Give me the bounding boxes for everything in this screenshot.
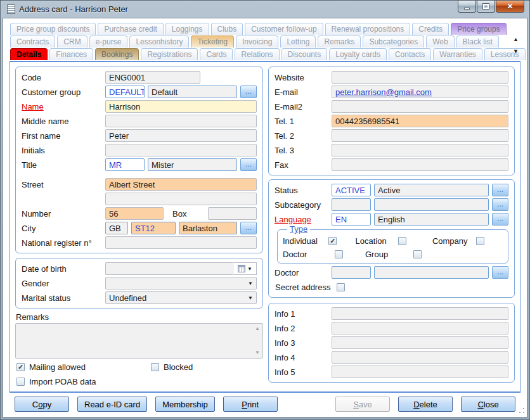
blocked-checkbox[interactable] [151, 363, 159, 371]
title-lookup-button[interactable]: ... [240, 158, 257, 171]
customer-group-lookup-button[interactable]: ... [240, 86, 257, 98]
subcategory-desc-field[interactable] [374, 198, 489, 211]
minimize-button[interactable] [458, 1, 476, 13]
tel3-field[interactable] [332, 144, 508, 156]
status-code-field[interactable]: ACTIVE [332, 184, 371, 196]
tab-loggings[interactable]: Loggings [165, 23, 209, 35]
title-desc-field[interactable]: Mister [148, 158, 237, 171]
tab-subcategories[interactable]: Subcategories [363, 35, 424, 48]
city-name-field[interactable]: Barlaston [179, 222, 237, 234]
tab-crm[interactable]: CRM [57, 35, 87, 48]
tab-lessonhistory[interactable]: Lessonhistory [129, 35, 189, 48]
type-company-checkbox[interactable] [476, 237, 484, 245]
type-group-checkbox[interactable] [413, 250, 422, 258]
tab-remarks[interactable]: Remarks [318, 35, 361, 48]
code-field[interactable]: ENG0001 [105, 71, 200, 84]
type-individual-checkbox[interactable] [328, 237, 337, 245]
save-button[interactable]: Save [335, 397, 390, 412]
city-country-field[interactable]: GB [105, 222, 128, 234]
import-poab-checkbox[interactable] [16, 378, 25, 386]
info4-field[interactable] [332, 351, 508, 364]
doctor-code-field[interactable] [332, 266, 371, 279]
box-field[interactable] [208, 207, 257, 220]
resize-grip[interactable] [519, 407, 525, 414]
membership-button[interactable]: Membership [155, 397, 215, 412]
middle-name-field[interactable] [105, 115, 257, 127]
tab-details[interactable]: Details [10, 48, 48, 60]
tab-renewal-propositions[interactable]: Renewal propositions [325, 23, 411, 35]
title-code-field[interactable]: MR [105, 158, 145, 171]
print-button[interactable]: Print [223, 397, 278, 412]
tel2-field[interactable] [332, 129, 508, 142]
titlebar[interactable]: Address card - Harrison Peter ✕ [1, 1, 529, 18]
tab-bookings[interactable]: Bookings [95, 48, 139, 60]
street2-field[interactable] [105, 193, 257, 205]
email2-field[interactable] [332, 100, 508, 113]
date-picker-button[interactable]: ▼ [234, 262, 257, 275]
website-field[interactable] [332, 71, 508, 84]
info2-field[interactable] [332, 322, 508, 334]
copy-button[interactable]: Copy [15, 397, 69, 412]
tab-e-purse[interactable]: e-purse [89, 35, 128, 48]
info5-field[interactable] [332, 366, 508, 378]
fax-field[interactable] [332, 158, 508, 171]
secret-address-checkbox[interactable] [337, 283, 345, 291]
date-of-birth-field[interactable] [105, 262, 234, 275]
tab-warranties[interactable]: Warranties [433, 48, 482, 60]
tab-clubs[interactable]: Clubs [211, 23, 243, 35]
close-button[interactable]: Close [461, 397, 515, 412]
tab-contacts[interactable]: Contacts [389, 48, 431, 60]
tab-lessons[interactable]: Lessons [484, 48, 526, 60]
language-lookup-button[interactable]: ... [492, 213, 508, 226]
tab-web[interactable]: Web [426, 35, 454, 48]
name-field[interactable]: Harrison [105, 100, 257, 113]
tab-relations[interactable]: Relations [235, 48, 279, 60]
marital-status-dropdown[interactable]: Undefined ▼ [105, 291, 257, 304]
doctor-lookup-button[interactable]: ... [492, 266, 508, 279]
info3-field[interactable] [332, 336, 508, 349]
tabs-scroll-down-icon[interactable]: ▼ [513, 49, 519, 54]
city-postal-code-field[interactable]: ST12 [131, 222, 176, 234]
remarks-textarea[interactable]: ▲ ▼ [15, 323, 263, 359]
subcategory-code-field[interactable] [332, 198, 371, 211]
tab-cards[interactable]: Cards [200, 48, 233, 60]
number-field[interactable]: 56 [105, 207, 164, 220]
info1-field[interactable] [332, 307, 508, 320]
tab-finances[interactable]: Finances [49, 48, 93, 60]
status-lookup-button[interactable]: ... [492, 184, 508, 196]
tab-black-list[interactable]: Black list [456, 35, 499, 48]
language-code-field[interactable]: EN [332, 213, 371, 226]
tab-invoicing[interactable]: Invoicing [236, 35, 278, 48]
mailing-allowed-checkbox[interactable] [16, 363, 25, 371]
email-field[interactable]: peter.harrison@gmail.com [332, 86, 508, 98]
tab-credits[interactable]: Credits [412, 23, 449, 35]
tab-letting[interactable]: Letting [280, 35, 316, 48]
tab-customer-follow-up[interactable]: Customer follow-up [245, 23, 323, 35]
national-register-field[interactable] [105, 236, 257, 249]
subcategory-lookup-button[interactable]: ... [492, 198, 508, 211]
tab-loyalty-cards[interactable]: Loyalty cards [329, 48, 387, 60]
doctor-desc-field[interactable] [374, 266, 489, 279]
gender-dropdown[interactable]: ▼ [105, 277, 257, 290]
city-lookup-button[interactable]: ... [240, 222, 257, 234]
tab-ticketing[interactable]: Ticketing [191, 35, 234, 48]
close-window-button[interactable]: ✕ [496, 1, 524, 13]
tab-registrations[interactable]: Registrations [141, 48, 198, 60]
tabs-scroll-up-icon[interactable]: ▲ [513, 37, 519, 42]
tab-discounts[interactable]: Discounts [281, 48, 328, 60]
status-desc-field[interactable]: Active [374, 184, 489, 196]
type-location-checkbox[interactable] [398, 237, 406, 245]
delete-button[interactable]: Delete [398, 397, 453, 412]
tab-contracts[interactable]: Contracts [10, 35, 55, 48]
language-desc-field[interactable]: English [374, 213, 489, 226]
tab-price-groups[interactable]: Price groups [451, 23, 506, 35]
remarks-scroll-up-icon[interactable]: ▲ [255, 326, 260, 331]
tab-price-group-discounts[interactable]: Price group discounts [10, 23, 96, 35]
customer-group-code-field[interactable]: DEFAULT [105, 86, 145, 98]
tab-purchase-credit[interactable]: Purchase credit [98, 23, 163, 35]
tel1-field[interactable]: 00442356985541 [332, 115, 508, 127]
first-name-field[interactable]: Peter [105, 129, 257, 142]
customer-group-desc-field[interactable]: Default [148, 86, 237, 98]
maximize-button[interactable] [477, 1, 495, 13]
street-field[interactable]: Albert Street [105, 178, 257, 191]
